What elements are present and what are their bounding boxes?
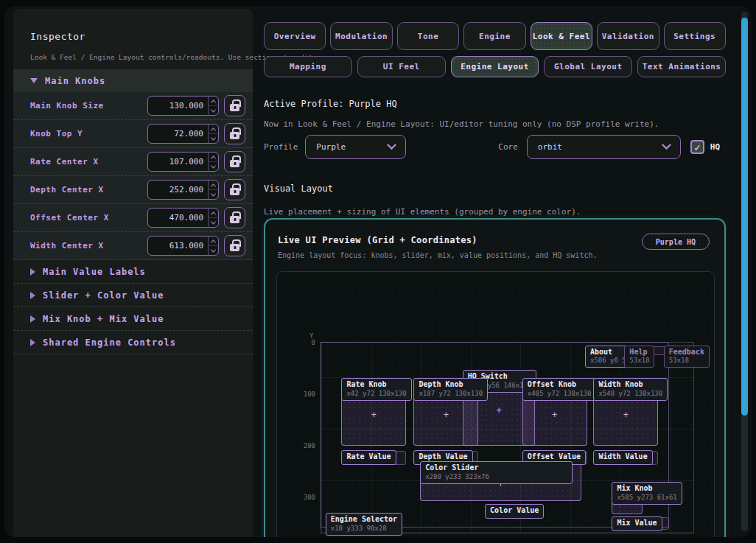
spin-up-button[interactable] [209,125,218,134]
number-input[interactable]: 470.000 [147,208,219,228]
profile-controls-row: Profile Purple Core orbit ✓ HQ [264,135,720,159]
spin-up-button[interactable] [209,97,218,106]
subtab-global-layout[interactable]: Global Layout [544,56,632,77]
section-header-main-knobs[interactable]: Main Knobs [13,69,253,92]
spin-up-button[interactable] [209,181,218,190]
section-header-slider-color-value[interactable]: Slider + Color Value [13,284,253,307]
scrollbar-thumb[interactable] [741,18,748,416]
number-input[interactable]: 72.000 [147,124,219,144]
section-header-main-value-labels[interactable]: Main Value Labels [13,260,253,284]
tab-validation[interactable]: Validation [597,22,659,50]
spin-up-button[interactable] [209,209,218,218]
tab-modulation[interactable]: Modulation [330,22,392,50]
spin-down-button[interactable] [209,106,218,115]
core-select[interactable]: orbit [527,135,681,159]
chevron-up-icon [211,127,216,133]
lock-button[interactable] [224,179,245,200]
center-marker-icon: + [444,410,449,420]
inspector-sections: Main Knobs Main Knob Size130.000Knob Top… [13,69,253,354]
profile-badge: Purple HQ [642,234,710,250]
preview-el-help-label: Help53x18 [624,346,654,368]
chevron-up-icon [211,155,216,161]
profile-label: Profile [264,142,298,152]
chevron-down-icon [211,163,216,168]
field-value: 470.000 [169,213,203,223]
lock-icon [230,216,239,223]
lock-button[interactable] [224,235,245,256]
chevron-down-icon [387,140,396,150]
mode-note-text: Now in Look & Feel / Engine Layout: UI/e… [264,119,659,129]
profile-select-value: Purple [316,142,346,152]
collapsed-section-list: Main Value LabelsSlider + Color ValueMix… [13,260,253,354]
preview-canvas: Y 0100200300Aboutx586 y8 53x18Help53x18F… [276,271,715,537]
inspector-panel: Inspector Look & Feel / Engine Layout co… [13,9,253,537]
section-label: Mix Knob + Mix Value [43,314,164,324]
chevron-right-icon [30,268,35,276]
element-name: Offset Knob [528,380,592,390]
profile-select[interactable]: Purple [305,135,406,159]
field-row-offset-center-x: Offset Center X470.000 [13,204,253,232]
section-label: Shared Engine Controls [43,337,176,348]
spinner [208,181,218,199]
app-window: Inspector Look & Feel / Engine Layout co… [4,6,752,537]
section-label: Main Knobs [45,76,105,86]
tab-overview[interactable]: Overview [264,22,326,50]
lock-button[interactable] [224,95,245,116]
lock-button[interactable] [224,123,245,144]
lock-button[interactable] [224,151,245,172]
tab-tone[interactable]: Tone [397,22,459,50]
spin-down-button[interactable] [209,134,218,143]
number-input[interactable]: 252.000 [147,180,219,200]
active-profile-text: Active Profile: Purple HQ [264,99,397,109]
element-name: Feedback [669,348,704,357]
section-label: Main Value Labels [43,267,146,277]
spin-down-button[interactable] [209,246,218,255]
visual-layout-description: Live placement + sizing of UI elements (… [264,207,581,217]
spinner [208,153,218,171]
element-name: Width Knob [598,380,662,390]
element-name: Mix Knob [617,484,676,494]
spinner [208,125,218,143]
spin-down-button[interactable] [209,162,218,171]
preview-el-offset-knob-label: Offset Knobx405 y72 130x130 [522,378,597,401]
subtab-ui-feel[interactable]: UI Feel [357,56,446,77]
number-input[interactable]: 107.000 [147,152,219,172]
element-name: Depth Knob [419,380,483,390]
preview-el-width-value-label: Width Value [593,450,652,465]
core-label: Core [498,142,518,152]
spin-down-button[interactable] [209,190,218,199]
spin-up-button[interactable] [209,237,218,246]
section-header-mix-knob-mix-value[interactable]: Mix Knob + Mix Value [13,307,253,331]
spin-up-button[interactable] [209,153,218,162]
section-label: Slider + Color Value [43,290,164,301]
subtab-engine-layout[interactable]: Engine Layout [451,56,539,77]
tab-look-feel[interactable]: Look & Feel [531,22,592,50]
tab-engine[interactable]: Engine [463,22,525,50]
chevron-down-icon [211,107,216,112]
field-list: Main Knob Size130.000Knob Top Y72.000Rat… [13,92,253,260]
center-marker-icon: + [371,410,377,420]
subtab-mapping[interactable]: Mapping [264,56,352,77]
section-header-shared-engine-controls[interactable]: Shared Engine Controls [13,331,253,354]
element-coords: x200 y233 323x76 [425,473,567,481]
scrollbar-track[interactable] [741,12,748,531]
hq-checkbox[interactable]: ✓ [690,140,704,154]
field-label: Knob Top Y [30,129,147,139]
tab-settings[interactable]: Settings [664,22,726,50]
y-tick-100: 100 [287,390,315,398]
y-tick-300: 300 [287,494,315,501]
preview-el-mix-value-label: Mix Value [612,516,662,531]
inspector-description: Look & Feel / Engine Layout controls/rea… [30,53,244,61]
chevron-down-icon [211,219,216,224]
element-coords: x42 y72 130x130 [346,390,406,398]
chevron-up-icon [211,183,216,189]
inspector-title: Inspector [30,31,85,42]
number-input[interactable]: 613.000 [147,236,219,256]
spin-down-button[interactable] [209,218,218,227]
element-name: Color Value [490,506,539,516]
subtab-text-animations[interactable]: Text Animations [637,56,726,77]
number-input[interactable]: 130.000 [147,96,219,116]
spinner [208,209,218,227]
lock-button[interactable] [224,207,245,228]
chevron-right-icon [30,339,35,346]
